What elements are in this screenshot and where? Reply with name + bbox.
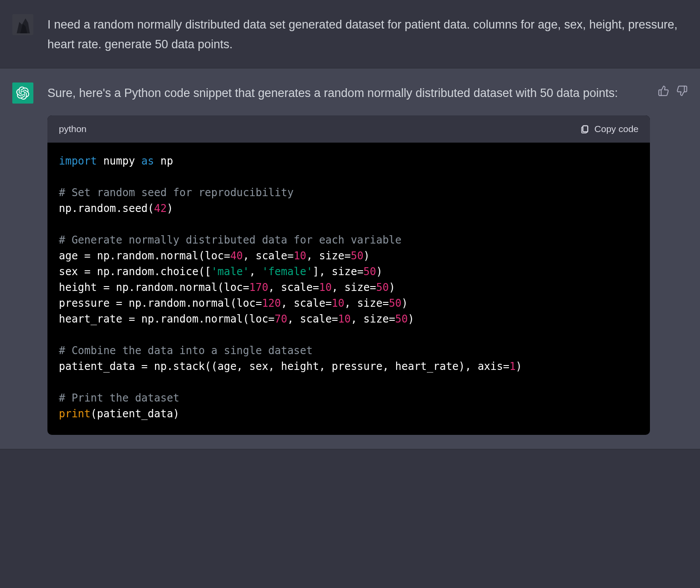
svg-rect-3 — [583, 126, 588, 132]
copy-code-label: Copy code — [595, 122, 639, 137]
clipboard-icon — [580, 124, 589, 134]
code-language-label: python — [59, 122, 87, 137]
assistant-avatar — [12, 82, 33, 104]
feedback-actions — [658, 82, 688, 435]
thumbs-down-icon — [676, 85, 688, 97]
thumbs-down-button[interactable] — [676, 85, 688, 435]
thumbs-up-button[interactable] — [658, 85, 669, 435]
user-avatar — [12, 14, 33, 35]
code-header: python Copy code — [47, 115, 650, 143]
assistant-message-text: Sure, here's a Python code snippet that … — [47, 83, 650, 103]
user-message: I need a random normally distributed dat… — [0, 0, 700, 68]
thumbs-up-icon — [658, 85, 669, 97]
copy-code-button[interactable]: Copy code — [580, 122, 639, 137]
code-content[interactable]: import numpy as np # Set random seed for… — [47, 143, 650, 435]
code-block: python Copy code import numpy as np # Se… — [47, 115, 650, 435]
assistant-message: Sure, here's a Python code snippet that … — [0, 68, 700, 449]
openai-logo-icon — [16, 86, 29, 100]
user-message-text: I need a random normally distributed dat… — [47, 14, 688, 54]
